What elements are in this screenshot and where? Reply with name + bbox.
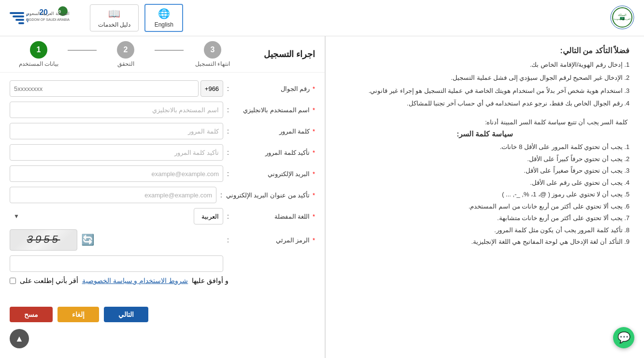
notice-list: 1. إدخال رقم الهوية/الإقامة الخاص بك. 2.… [340,60,630,109]
captcha-image: 3955 [10,229,77,251]
notice-title: فضلاً التأكد من التالي: [340,46,630,55]
language-select-wrapper: العربية English ▼ [10,208,223,224]
svg-text:العربية السعودية: العربية السعودية [614,17,630,21]
password-rule: 4. يجب أن تحتوي على رقم على الأقل. [340,178,630,188]
chevron-down-icon: ▼ [14,213,19,220]
required-star: * [313,237,315,244]
email-row: * البريد الإلكتروني : [10,165,315,182]
step-3-circle: 3 [204,41,221,59]
refresh-captcha-button[interactable]: 🔄 [81,234,94,246]
phone-input[interactable] [10,80,199,97]
required-star: * [313,128,315,135]
required-star: * [313,149,315,156]
language-label: * اللغة المفضلة [233,213,315,220]
confirm-password-row: * تأكيد كلمة المرور : [10,144,315,161]
confirm-email-input[interactable] [10,187,216,203]
form-area: * رقم الجوال : +966 * اسم المستخدم بالان… [0,73,325,297]
phone-group: +966 [10,80,223,97]
step-connector-2 [155,50,184,51]
clear-button[interactable]: مسح [10,307,53,322]
page-wrapper: 🇸🇦 المملكة العربية السعودية 🌐 English 📖 … [0,0,644,358]
step-connector-1 [68,50,97,51]
vision-logo: رؤية VISION 20 30 المملكة العربية السعود… [26,5,84,31]
captcha-group: 3955 🔄 [10,229,223,251]
password-policy-title: سياسة كلمة السر: [340,130,630,138]
services-guide-button[interactable]: 📖 دليل الخدمات [90,4,139,31]
captcha-input[interactable] [10,255,223,272]
top-header: 🇸🇦 المملكة العربية السعودية 🌐 English 📖 … [0,0,644,36]
bars-icon [10,12,24,24]
notice-item: 1. إدخال رقم الهوية/الإقامة الخاص بك. [340,60,630,70]
header-left: 🌐 English 📖 دليل الخدمات رؤية VISION 20 … [10,4,183,32]
cancel-button[interactable]: إلغاء [57,307,99,322]
terms-link[interactable]: شروط الاستخدام و سياسة الخصوصية [82,277,188,284]
right-panel: اجراء التسجيل 1 بيانات المستخدم 2 [0,36,325,358]
password-rule: 5. يجب أن لا تحتوي على رموز ( @، 1، %, _… [340,190,630,199]
password-rule: 1. يجب أن تحتوي كلمة المرور على الأقل 8 … [340,142,630,152]
password-input[interactable] [10,123,223,139]
step-3: 3 انتهاء التسجيل [184,41,242,67]
step-1-label: بيانات المستخدم [19,60,58,67]
vision-badge: رؤية VISION 20 30 المملكة العربية السعود… [10,5,84,31]
email-label: * البريد الإلكتروني [233,170,315,178]
header-right: 🇸🇦 المملكة العربية السعودية [610,5,634,31]
required-star: * [313,106,315,114]
captcha-label: * الرمز المرئي [233,237,315,244]
saudi-logo: 🇸🇦 المملكة العربية السعودية [610,5,634,31]
notice-item: 3. استخدام هوية شخص آخر بدلاً من استخدام… [340,86,630,96]
required-star: * [313,85,315,92]
captcha-input-row: : [10,255,315,272]
confirm-email-label: * تأكيد من عنوان البريد الإلكتروني [226,192,315,199]
phone-row: * رقم الجوال : +966 [10,80,315,97]
password-policy-intro: كلمة السر يجب أن تتبع سياسة كلمة السر ال… [340,119,630,126]
page-title: اجراء التسجيل [264,49,315,60]
back-to-top-button[interactable]: ▲ [10,329,29,348]
password-row: * كلمة المرور : [10,123,315,139]
password-rule: 6. يجب ألا تحتوي على أكثر من أربع خانات … [340,202,630,211]
terms-suffix: و أوافق عليها [192,277,229,284]
checkbox-label: أقر بأني إطلعت على [20,277,78,284]
steps-bar: 1 بيانات المستخدم 2 التحقق [10,41,242,67]
password-rule: 3. يجب أن تحتوي حرفاً صغيراً على الأقل. [340,166,630,176]
phone-label: * رقم الجوال [233,85,315,92]
globe-icon: 🌐 [158,8,170,19]
password-rule: 8. تأكيد كلمة المرور يجب أن يكون مثل كلم… [340,225,630,235]
chat-button[interactable]: 💬 [613,327,634,348]
language-row: * اللغة المفضلة : العربية English ▼ [10,208,315,224]
step-2-label: التحقق [117,60,134,67]
svg-text:KINGDOM OF SAUDI ARABIA: KINGDOM OF SAUDI ARABIA [26,18,70,21]
english-label: English [155,21,173,28]
panel-divider [325,36,325,358]
left-panel: فضلاً التأكد من التالي: 1. إدخال رقم اله… [325,36,644,358]
notice-item: 4. رقم الجوال الخاص بك فقط، نرجو عدم است… [340,99,630,109]
phone-prefix: +966 [200,80,223,97]
password-rule: 7. يجب ألا تحتوي على أكثر من أربع خانات … [340,213,630,223]
language-select[interactable]: العربية English [194,208,223,224]
step-2: 2 التحقق [97,41,155,67]
step-3-label: انتهاء التسجيل [195,60,230,67]
password-rule: 9. التأكد أن لغة الإدخال هي لوحة المفاتي… [340,237,630,247]
english-button[interactable]: 🌐 English [144,4,183,32]
next-button[interactable]: التالي [104,307,148,322]
services-guide-label: دليل الخدمات [98,21,130,28]
username-label: * اسم المستخدم بالانجليزي [233,106,315,114]
buttons-row: التالي إلغاء مسح [0,302,325,327]
confirm-password-label: * تأكيد كلمة المرور [233,149,315,156]
password-rule: 2. يجب أن تحتوي حرفاً كبيراً على الأقل. [340,154,630,164]
required-star: * [313,192,315,199]
email-input[interactable] [10,165,223,182]
username-row: * اسم المستخدم بالانجليزي : [10,102,315,118]
step-2-circle: 2 [117,41,134,59]
step-1: 1 بيانات المستخدم [10,41,68,67]
captcha-row: * الرمز المرئي : 3955 🔄 [10,229,315,251]
book-icon: 📖 [108,8,120,19]
step-1-circle: 1 [30,41,47,59]
confirm-password-input[interactable] [10,144,223,161]
notice-item: 2. الإدخال غير الصحيح لرقم الجوال سيؤدي … [340,73,630,83]
password-label: * كلمة المرور [233,128,315,135]
required-star: * [313,213,315,220]
terms-checkbox[interactable] [10,278,16,284]
svg-text:المملكة: المملكة [618,14,627,16]
main-content: فضلاً التأكد من التالي: 1. إدخال رقم اله… [0,36,644,358]
username-input[interactable] [10,102,223,118]
